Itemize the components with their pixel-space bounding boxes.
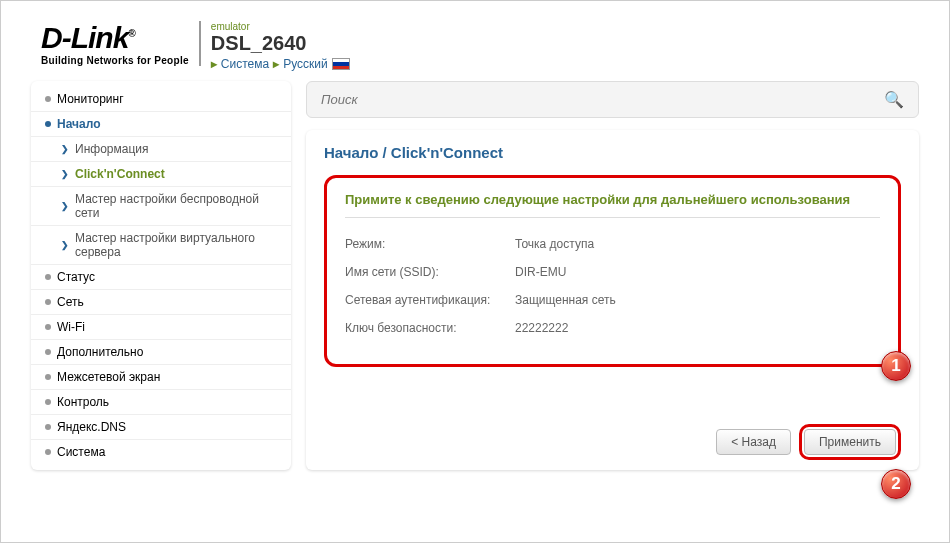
sidebar-item-label: Яндекс.DNS — [57, 420, 126, 434]
chevron-right-icon: ▸ — [211, 57, 217, 71]
sidebar-item-label: Статус — [57, 270, 95, 284]
info-row-ssid: Имя сети (SSID): DIR-EMU — [345, 258, 880, 286]
settings-summary-box: Примите к сведению следующие настройки д… — [324, 175, 901, 367]
sidebar-item-label: Начало — [57, 117, 100, 131]
model-name: DSL_2640 — [211, 32, 350, 55]
header: D-Link® Building Networks for People emu… — [1, 1, 949, 81]
info-title: Примите к сведению следующие настройки д… — [345, 192, 880, 218]
button-row: < Назад Применить — [716, 424, 901, 460]
sidebar-sub-vserver-wizard[interactable]: ❯Мастер настройки виртуального сервера — [31, 226, 291, 265]
sidebar-item-label: Дополнительно — [57, 345, 143, 359]
sidebar-item-wifi[interactable]: Wi-Fi — [31, 315, 291, 340]
sidebar-item-monitoring[interactable]: Мониторинг — [31, 87, 291, 112]
sidebar-item-label: Сеть — [57, 295, 84, 309]
sidebar-item-label: Контроль — [57, 395, 109, 409]
sidebar: Мониторинг Начало ❯Информация ❯Click'n'C… — [31, 81, 291, 470]
dot-icon — [45, 274, 51, 280]
chevron-right-icon: ❯ — [61, 169, 69, 179]
flag-ru-icon — [332, 58, 350, 70]
info-row-mode: Режим: Точка доступа — [345, 230, 880, 258]
sidebar-item-label: Wi-Fi — [57, 320, 85, 334]
sidebar-item-label: Мониторинг — [57, 92, 124, 106]
logo-block: D-Link® Building Networks for People — [41, 21, 201, 66]
back-button[interactable]: < Назад — [716, 429, 791, 455]
emulator-label: emulator — [211, 21, 350, 32]
sidebar-sub-label: Мастер настройки виртуального сервера — [75, 231, 277, 259]
sidebar-sub-label: Мастер настройки беспроводной сети — [75, 192, 277, 220]
dot-icon — [45, 299, 51, 305]
info-value: Защищенная сеть — [515, 293, 880, 307]
logo: D-Link® — [41, 21, 189, 55]
dot-icon — [45, 399, 51, 405]
info-label: Ключ безопасности: — [345, 321, 515, 335]
sidebar-sub-label: Информация — [75, 142, 148, 156]
sidebar-sub-wireless-wizard[interactable]: ❯Мастер настройки беспроводной сети — [31, 187, 291, 226]
annotation-marker-2: 2 — [881, 469, 911, 499]
crumb-system[interactable]: Система — [221, 57, 269, 71]
apply-highlight: Применить — [799, 424, 901, 460]
main-area: 🔍 Начало / Click'n'Connect Примите к све… — [306, 81, 919, 470]
search-input[interactable] — [321, 92, 884, 107]
sidebar-item-label: Межсетевой экран — [57, 370, 160, 384]
logo-tagline: Building Networks for People — [41, 55, 189, 66]
info-value: 22222222 — [515, 321, 880, 335]
chevron-right-icon: ▸ — [273, 57, 279, 71]
sidebar-item-yandexdns[interactable]: Яндекс.DNS — [31, 415, 291, 440]
search-box: 🔍 — [306, 81, 919, 118]
info-label: Сетевая аутентификация: — [345, 293, 515, 307]
sidebar-item-firewall[interactable]: Межсетевой экран — [31, 365, 291, 390]
dot-icon — [45, 96, 51, 102]
breadcrumb: Начало / Click'n'Connect — [324, 144, 901, 161]
sidebar-item-label: Система — [57, 445, 105, 459]
crumb-language[interactable]: Русский — [283, 57, 328, 71]
search-icon[interactable]: 🔍 — [884, 90, 904, 109]
chevron-right-icon: ❯ — [61, 144, 69, 154]
dot-icon — [45, 374, 51, 380]
dot-icon — [45, 449, 51, 455]
sidebar-sub-label: Click'n'Connect — [75, 167, 165, 181]
sidebar-item-control[interactable]: Контроль — [31, 390, 291, 415]
sidebar-item-system[interactable]: Система — [31, 440, 291, 464]
info-label: Режим: — [345, 237, 515, 251]
chevron-right-icon: ❯ — [61, 240, 69, 250]
annotation-marker-1: 1 — [881, 351, 911, 381]
sidebar-item-start[interactable]: Начало — [31, 112, 291, 137]
info-value: DIR-EMU — [515, 265, 880, 279]
info-row-key: Ключ безопасности: 22222222 — [345, 314, 880, 342]
sidebar-item-network[interactable]: Сеть — [31, 290, 291, 315]
model-block: emulator DSL_2640 ▸ Система ▸ Русский — [211, 21, 350, 71]
header-crumbs: ▸ Система ▸ Русский — [211, 57, 350, 71]
sidebar-sub-clicknconnect[interactable]: ❯Click'n'Connect — [31, 162, 291, 187]
sidebar-item-advanced[interactable]: Дополнительно — [31, 340, 291, 365]
sidebar-sub-info[interactable]: ❯Информация — [31, 137, 291, 162]
info-value: Точка доступа — [515, 237, 880, 251]
info-label: Имя сети (SSID): — [345, 265, 515, 279]
dot-icon — [45, 324, 51, 330]
apply-button[interactable]: Применить — [804, 429, 896, 455]
chevron-right-icon: ❯ — [61, 201, 69, 211]
main-panel: Начало / Click'n'Connect Примите к сведе… — [306, 130, 919, 470]
sidebar-item-status[interactable]: Статус — [31, 265, 291, 290]
dot-icon — [45, 424, 51, 430]
dot-icon — [45, 349, 51, 355]
dot-icon — [45, 121, 51, 127]
info-row-auth: Сетевая аутентификация: Защищенная сеть — [345, 286, 880, 314]
